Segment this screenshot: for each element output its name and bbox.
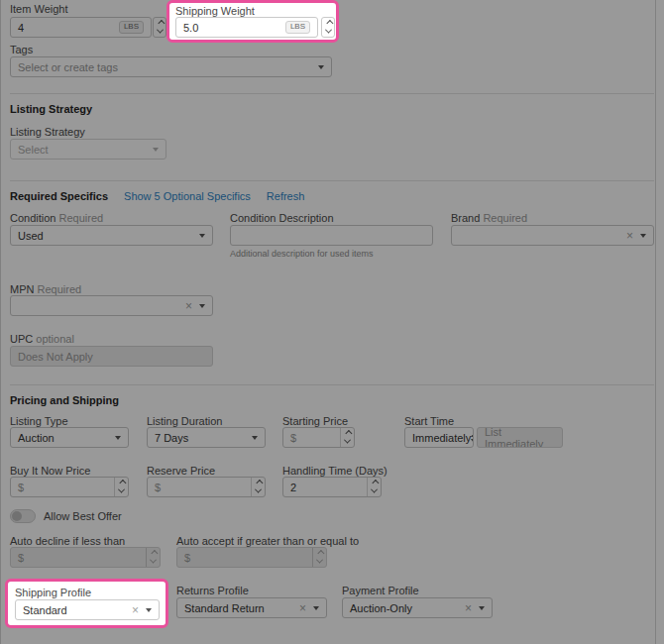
shipping-profile-combobox[interactable]: Standard × bbox=[15, 599, 160, 620]
dim-overlay bbox=[0, 0, 664, 644]
shipping-profile-value: Standard bbox=[23, 604, 67, 616]
shipping-weight-label: Shipping Weight bbox=[175, 5, 255, 17]
shipping-profile-label: Shipping Profile bbox=[15, 587, 91, 598]
chevron-down-icon bbox=[146, 608, 152, 612]
clear-icon[interactable]: × bbox=[132, 604, 139, 616]
shipping-weight-stepper[interactable] bbox=[321, 17, 335, 38]
shipping-profile-highlight: Shipping Profile Standard × bbox=[5, 579, 168, 628]
shipping-weight-highlight: Shipping Weight 5.0 LBS bbox=[166, 0, 339, 43]
shipping-weight-value: 5.0 bbox=[183, 22, 198, 34]
stepper-up-icon[interactable] bbox=[326, 20, 333, 27]
stepper-down-icon[interactable] bbox=[324, 27, 331, 34]
shipping-weight-input[interactable]: 5.0 LBS bbox=[175, 17, 318, 38]
shipping-weight-unit-badge: LBS bbox=[285, 21, 310, 34]
